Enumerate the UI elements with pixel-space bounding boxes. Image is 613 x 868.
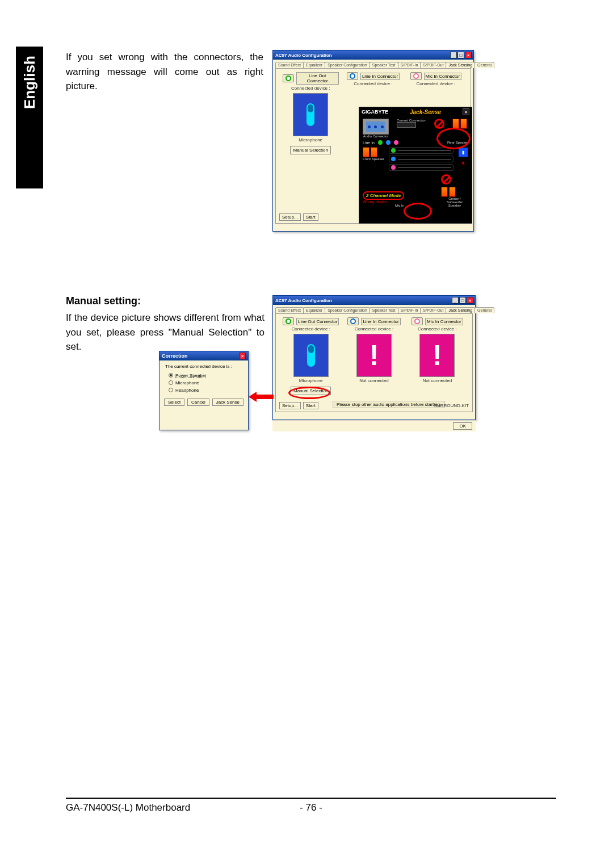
radio-microphone[interactable]: Microphone xyxy=(169,380,242,385)
tab-strip: Sound Effect Equalizer Speaker Configura… xyxy=(273,60,473,68)
connected-label: Connected device : xyxy=(283,326,339,332)
rear-speaker-icon xyxy=(460,119,467,129)
maximize-button[interactable]: □ xyxy=(457,52,464,58)
surround-kit-label: SURROUND-KIT xyxy=(434,403,469,408)
device-image-mic xyxy=(293,93,328,136)
setup-button[interactable]: Setup... xyxy=(279,213,301,221)
rear-speaker-icon xyxy=(452,119,459,129)
device-name-not-conn: Not connected xyxy=(346,378,402,383)
start-button[interactable]: Start xyxy=(303,213,318,221)
ok-button[interactable]: OK xyxy=(453,422,472,430)
tab-spdif-out[interactable]: S/PDIF-Out xyxy=(420,307,446,313)
dot-icon xyxy=(391,165,396,170)
dot-icon xyxy=(391,157,396,161)
connected-label: Connected device : xyxy=(283,86,339,91)
tab-general[interactable]: General xyxy=(475,62,494,68)
tab-speaker-test[interactable]: Speaker Test xyxy=(370,307,398,313)
jack-mic-in-label: Mic In Connector xyxy=(424,73,461,80)
figure-jack-sense-warning: AC97 Audio Configuration _ □ × Sound Eff… xyxy=(272,50,474,232)
tab-speaker-test[interactable]: Speaker Test xyxy=(370,62,398,68)
svg-marker-0 xyxy=(249,392,274,402)
jack-mic-in-icon xyxy=(412,317,423,325)
device-name-not-conn: Not connected xyxy=(409,378,465,383)
x-icon: × xyxy=(461,160,465,166)
jack-sense-popup: GIGABYTE Jack-Sense × Audio Connector Cu… xyxy=(359,107,472,224)
radio-power-speaker[interactable]: Power Speaker xyxy=(169,373,242,378)
select-button[interactable]: Select xyxy=(164,399,184,406)
line-in-label: Line In xyxy=(363,141,375,145)
device-image-excl: ! xyxy=(356,334,392,377)
radio-label: Microphone xyxy=(175,380,199,385)
tab-general[interactable]: General xyxy=(475,307,494,313)
front-speaker-label: Front Speaker xyxy=(363,157,384,161)
audio-connector-label: Audio Connector xyxy=(363,135,389,138)
radio-icon xyxy=(169,388,173,392)
col-line-out: Line Out Connector Connected device : Mi… xyxy=(283,72,339,217)
jack-line-in-icon xyxy=(347,72,358,80)
forbid-icon xyxy=(434,119,444,129)
tab-speaker-config[interactable]: Speaker Configuration xyxy=(325,307,370,313)
correction-title: Correction xyxy=(162,353,188,359)
device-image-excl: ! xyxy=(419,334,455,377)
current-dropdown[interactable] xyxy=(397,122,416,128)
titlebar: AC97 Audio Configuration _ □ × xyxy=(273,51,473,60)
jack-line-in-label: Line In Connector xyxy=(360,73,400,80)
figure-correction-dialog: Correction × The current connected devic… xyxy=(159,351,249,430)
tab-spdif-out[interactable]: S/PDIF-Out xyxy=(420,62,446,68)
current-connection-label: Current Connection xyxy=(397,119,426,122)
tab-speaker-config[interactable]: Speaker Configuration xyxy=(325,62,370,68)
figure-ac97-manual: AC97 Audio Configuration _ □ × Sound Eff… xyxy=(272,295,476,431)
device-name-mic: Microphone xyxy=(283,378,339,383)
jack-sense-title: Jack-Sense xyxy=(410,109,441,115)
jack-line-in-icon xyxy=(347,317,359,325)
close-button[interactable]: × xyxy=(467,297,473,304)
manual-selection-button[interactable]: Manual Selection xyxy=(290,146,330,154)
stop-apps-message: Please stop other audio applications bef… xyxy=(333,401,445,408)
tab-jack-sensing[interactable]: Jack Sensing xyxy=(446,62,475,68)
jack-sense-button[interactable]: Jack Sense xyxy=(212,399,243,406)
jack-sense-close[interactable]: × xyxy=(463,108,469,115)
green-dot-icon xyxy=(378,140,383,145)
brand-logo-text: GIGABYTE xyxy=(362,109,388,115)
manual-selection-button[interactable]: Manual Selection xyxy=(291,387,331,395)
jack-mic-in-icon xyxy=(410,72,422,80)
titlebar: AC97 Audio Configuration _ □ × xyxy=(273,296,475,305)
center-sub-label: Center / Subwoofer Speaker xyxy=(441,197,468,207)
connected-label: Connected device : xyxy=(409,326,465,332)
radio-icon xyxy=(169,373,173,378)
tab-equalizer[interactable]: Equalizer xyxy=(303,307,325,313)
close-button[interactable]: × xyxy=(239,353,246,359)
jack-line-out-icon xyxy=(283,74,294,82)
blue-dot-icon xyxy=(386,140,391,145)
start-button[interactable]: Start xyxy=(303,402,318,409)
tab-spdif-in[interactable]: S/PDIF-In xyxy=(398,62,421,68)
minimize-button[interactable]: _ xyxy=(452,297,459,304)
product-name: GA-7N400S(-L) Motherboard xyxy=(66,802,190,814)
wrong-device-text: Wrong device xyxy=(363,200,436,204)
correction-msg: The current connected device is : xyxy=(165,364,242,370)
forbid-icon xyxy=(441,174,451,184)
tab-jack-sensing[interactable]: Jack Sensing xyxy=(446,307,475,313)
cancel-button[interactable]: Cancel xyxy=(187,399,209,406)
tab-sound-effect[interactable]: Sound Effect xyxy=(275,62,304,68)
connected-label-3: Connected device : xyxy=(408,81,464,86)
minimize-button[interactable]: _ xyxy=(450,52,457,58)
ok-bar: OK xyxy=(272,420,476,431)
rear-speaker-label: Rear Speaker xyxy=(447,141,468,144)
tab-spdif-in[interactable]: S/PDIF-In xyxy=(398,307,421,313)
jack-line-out-label: Line Out Connector xyxy=(296,72,339,85)
device-name-mic: Microphone xyxy=(283,137,339,142)
setup-button[interactable]: Setup... xyxy=(279,402,301,409)
mic-in-label: Mic In xyxy=(363,204,436,207)
radio-label: Power Speaker xyxy=(175,373,207,378)
radio-headphone[interactable]: Headphone xyxy=(169,388,242,393)
connected-label: Connected device : xyxy=(346,326,402,332)
close-button[interactable]: × xyxy=(465,52,472,58)
radio-label: Headphone xyxy=(175,388,199,393)
audio-connector-icon xyxy=(363,119,389,135)
language-tab: English xyxy=(16,47,43,188)
tab-sound-effect[interactable]: Sound Effect xyxy=(275,307,304,313)
tab-equalizer[interactable]: Equalizer xyxy=(303,62,325,68)
jack-line-out-icon xyxy=(283,317,294,325)
maximize-button[interactable]: □ xyxy=(459,297,466,304)
